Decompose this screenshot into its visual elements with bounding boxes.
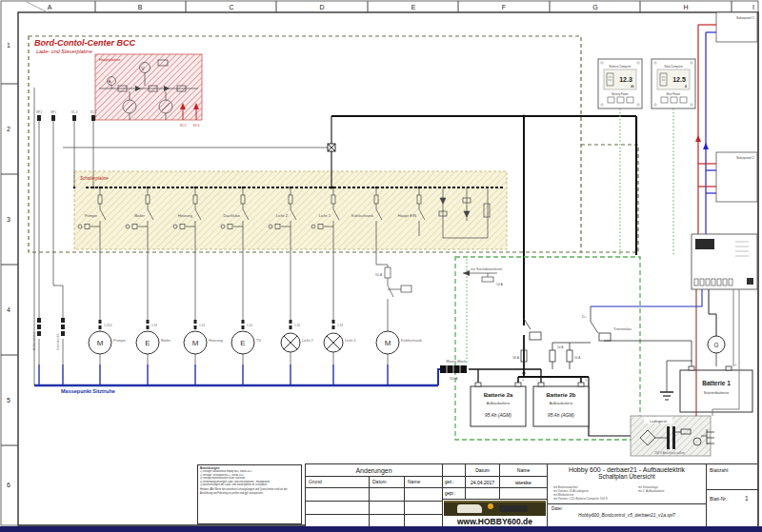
col-datum: Datum <box>369 476 404 487</box>
column-letter: C <box>229 4 233 10</box>
svg-text:SP.2: SP.2 <box>36 110 42 114</box>
column-letter: I <box>752 4 754 10</box>
display-header: Batterie-Computer <box>610 65 632 69</box>
aenderungen-row <box>306 501 369 514</box>
note-line: 5) Bezeichnungen der Lade- und Steuerpla… <box>200 483 299 486</box>
camper-icon <box>499 505 528 512</box>
svg-text:Boiler: Boiler <box>134 213 145 218</box>
battery-name: Batterie 1 <box>702 380 731 386</box>
fuse-label: 50 A <box>574 356 581 360</box>
battery-name: Batterie 2b <box>546 392 575 398</box>
mainboard: Hauptplatine V A <box>95 54 202 120</box>
aenderungen-header: Änderungen <box>306 464 442 476</box>
sign-col-name: Name <box>499 464 547 476</box>
notes-paragraph: Hinweis: Alle Werte der einzelnen Leitun… <box>200 488 299 495</box>
plus-sign: + <box>734 362 737 366</box>
blattnr-label: Blatt-Nr.: <box>710 496 728 502</box>
fridge-fuse <box>385 267 391 278</box>
relay-pin-label: D+ <box>582 315 587 319</box>
generator-letter: G <box>713 342 718 348</box>
fuse-label: 30 A <box>512 356 520 360</box>
row-number: 5 <box>7 397 10 404</box>
column-letter: F <box>502 4 506 10</box>
aenderungen-row <box>369 501 404 514</box>
masse-block-label: Masse-Block <box>446 360 466 364</box>
battery-name: Batterie 2a <box>484 392 513 398</box>
battery-capacity: 95 Ah (AGM) <box>485 413 511 418</box>
gez-datum: 24.04.2017 <box>465 476 499 487</box>
svg-text:Dachluke: Dachluke <box>224 213 241 218</box>
solar-wires <box>695 25 716 236</box>
socket-fuse-label: 10 A <box>496 283 504 286</box>
display-value: 12.3 <box>619 76 632 83</box>
aenderungen-row <box>404 487 442 501</box>
schematic-drawing: A B C D E F G H I 1 2 3 4 5 6 Bord-Conto… <box>0 0 762 532</box>
title-cell: Hobby 600 - derbaer21 - Aufbauelektrik S… <box>547 464 706 503</box>
gez-label: gez.: <box>442 476 465 487</box>
svg-text:Licht 1: Licht 1 <box>319 213 331 218</box>
svg-text:E: E <box>240 339 245 347</box>
display-caption: Battery Power <box>612 92 629 96</box>
bcc-connectors <box>37 115 95 121</box>
sign-col-datum: Datum <box>465 464 499 476</box>
svg-text:M: M <box>97 339 104 347</box>
solar-panel-2: Solarpanel 2 <box>716 152 757 202</box>
display-solar-computer: Solar-Computer 12.5 A Blue Power <box>652 59 695 108</box>
row-number: 6 <box>7 482 10 488</box>
display-header: Solar-Computer <box>664 65 683 69</box>
logo-cell: www.HOBBY600.de <box>442 499 547 527</box>
display-unit: A <box>685 85 687 89</box>
svg-text:1.19: 1.19 <box>151 324 157 327</box>
row-ticks <box>1 84 18 445</box>
voltmeter-icon: V <box>141 67 144 71</box>
svg-text:Kühlschrank: Kühlschrank <box>401 338 422 343</box>
camper-icon <box>457 504 482 513</box>
column-letter: H <box>683 4 688 10</box>
svg-text:Boiler: Boiler <box>161 338 171 343</box>
svg-text:1.14: 1.14 <box>247 324 252 327</box>
minus-sign: - <box>473 377 475 382</box>
column-letter: A <box>48 4 52 10</box>
svg-text:E: E <box>145 339 150 347</box>
svg-text:TV: TV <box>256 338 261 343</box>
row-number: 1 <box>7 42 10 49</box>
panel-label: Solarpanel 1 <box>736 16 754 20</box>
charger: Ladegerät 230 V Anschluss außen <box>631 416 714 456</box>
aenderungen-row <box>369 487 404 501</box>
ammeter-icon: A <box>109 79 111 84</box>
titleblock-notes: Bemerkungen: 1) Vorlage: Bordelektrik Ho… <box>197 464 302 524</box>
aenderungen-row <box>404 514 442 527</box>
bottom-bar <box>0 526 762 532</box>
switchboard-label: Schalterplatine <box>80 176 109 181</box>
svg-text:Heizung: Heizung <box>178 213 193 218</box>
svg-text:M: M <box>385 339 391 347</box>
sign-spacer <box>442 464 465 476</box>
solar-regulator <box>692 234 757 289</box>
fridge-relay-coil <box>401 286 411 292</box>
features-right: mit Solaranlage mit 2. Aufbaubatterie <box>638 485 665 493</box>
row-number: 3 <box>7 216 10 223</box>
fridge-fuse-label: 50 A <box>375 273 383 277</box>
col-grund: Grund <box>306 476 369 487</box>
row-number: 4 <box>7 306 10 313</box>
gepr-label: gepr.: <box>442 487 465 499</box>
svg-text:Pumpe: Pumpe <box>113 338 126 343</box>
solar-panel-1: Solarpanel 1 <box>716 12 757 42</box>
titleblock: Änderungen Grund Datum Name Datum Name g… <box>305 463 757 526</box>
mainboard-label: Hauptplatine <box>99 57 121 62</box>
masse-block <box>440 365 467 373</box>
column-letter: D <box>319 4 324 10</box>
svg-text:Licht 1: Licht 1 <box>345 338 357 343</box>
aenderungen-row <box>369 514 404 527</box>
panel-label: Solarpanel 2 <box>736 156 754 160</box>
display-unit: Ah <box>631 85 634 89</box>
arrow-label: SC.5 <box>180 124 187 128</box>
bcc-subtitle: Lade- und Steuerplatine <box>36 49 92 54</box>
relay-label: Trennrelais <box>613 327 632 331</box>
charger-note: 230 V Anschluss außen <box>654 451 685 455</box>
relay-cluster <box>521 306 692 369</box>
display-caption: Blue Power <box>667 92 680 96</box>
col-name: Name <box>404 476 442 487</box>
gepr-name <box>499 487 547 499</box>
logo-image <box>444 501 546 516</box>
